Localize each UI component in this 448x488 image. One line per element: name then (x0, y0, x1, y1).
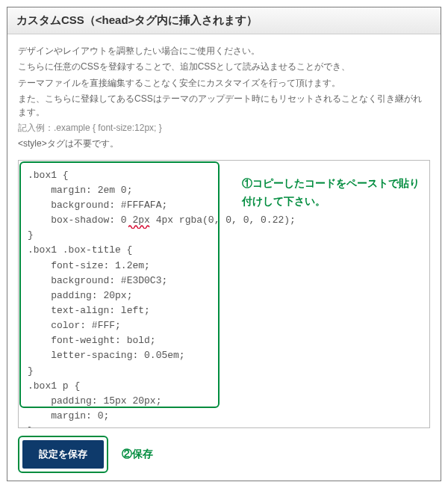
annotation-save-highlight: 設定を保存 (18, 436, 108, 473)
desc-line: <style>タグは不要です。 (18, 138, 430, 150)
desc-line: また、こちらに登録してあるCSSはテーマのアップデート時にもリセットされることな… (18, 93, 430, 119)
save-button[interactable]: 設定を保存 (22, 440, 104, 469)
custom-css-textarea[interactable] (18, 160, 430, 428)
desc-line: テーマファイルを直接編集することなく安全にカスタマイズを行って頂けます。 (18, 77, 430, 90)
panel-title: カスタムCSS（<head>タグ内に挿入されます） (7, 7, 441, 34)
description-block: デザインやレイアウトを調整したい場合にご使用ください。 こちらに任意のCSSを登… (18, 45, 430, 154)
desc-line: デザインやレイアウトを調整したい場合にご使用ください。 (18, 45, 430, 58)
desc-example: 記入例：.example { font-size:12px; } (18, 122, 430, 135)
custom-css-panel: カスタムCSS（<head>タグ内に挿入されます） デザインやレイアウトを調整し… (7, 7, 441, 481)
desc-line: こちらに任意のCSSを登録することで、追加CSSとして読み込ませることができ、 (18, 61, 430, 73)
annotation-save: ②保存 (122, 448, 153, 461)
